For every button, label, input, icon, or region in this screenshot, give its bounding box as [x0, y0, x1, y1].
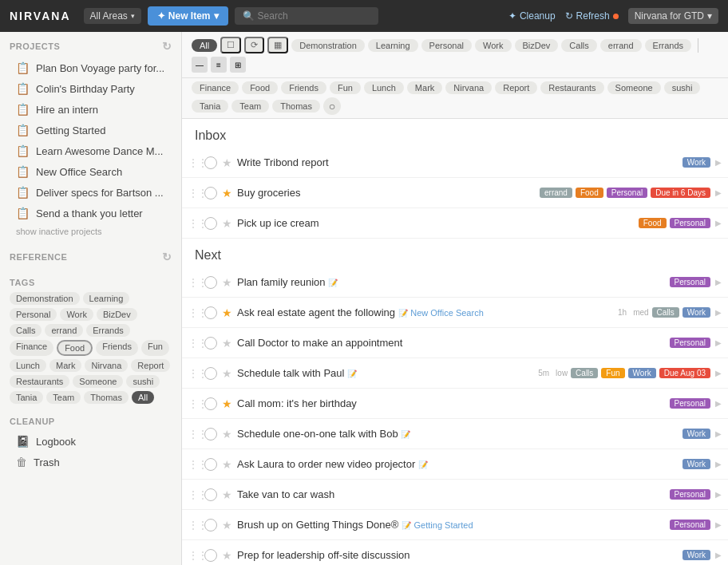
filter-all[interactable]: All	[192, 39, 217, 52]
tag-badge-errand[interactable]: errand	[540, 188, 572, 198]
expand-button[interactable]: ▶	[715, 308, 722, 317]
tag-badge-due[interactable]: Due Aug 03	[659, 368, 710, 378]
drag-handle[interactable]: ⋮⋮	[188, 188, 200, 199]
refresh-icon[interactable]: ↻	[162, 251, 172, 263]
task-checkbox[interactable]	[204, 458, 217, 471]
drag-handle[interactable]: ⋮⋮	[188, 459, 200, 470]
filter-fun[interactable]: Fun	[330, 81, 361, 94]
task-checkbox[interactable]	[204, 276, 217, 289]
tag-finance[interactable]: Finance	[10, 340, 53, 356]
filter-friends[interactable]: Friends	[281, 81, 326, 94]
tag-errand[interactable]: errand	[45, 324, 83, 337]
filter-personal[interactable]: Personal	[421, 39, 472, 52]
expand-button[interactable]: ▶	[715, 520, 722, 529]
tag-badge-fun[interactable]: Fun	[601, 368, 624, 378]
task-checkbox[interactable]	[204, 549, 217, 562]
filter-report[interactable]: Report	[495, 81, 537, 94]
star-icon[interactable]: ★	[222, 306, 232, 319]
tag-demonstration[interactable]: Demonstration	[10, 292, 80, 305]
tag-sushi[interactable]: sushi	[126, 375, 160, 388]
filter-errands[interactable]: Errands	[645, 39, 692, 52]
sidebar-item-project[interactable]: 📋 New Office Search	[10, 161, 172, 182]
tag-nirvana[interactable]: Nirvana	[85, 359, 128, 372]
filter-bizdev[interactable]: BizDev	[515, 39, 559, 52]
sidebar-item-project[interactable]: 📋 Learn Awesome Dance M...	[10, 140, 172, 161]
star-icon[interactable]: ★	[222, 397, 232, 410]
tag-badge-calls[interactable]: Calls	[652, 307, 679, 318]
expand-button[interactable]: ▶	[715, 158, 722, 167]
star-icon[interactable]: ★	[222, 337, 232, 350]
tag-thomas[interactable]: Thomas	[84, 391, 129, 404]
filter-food[interactable]: Food	[242, 81, 278, 94]
drag-handle[interactable]: ⋮⋮	[188, 157, 200, 168]
filter-list-btn[interactable]: ≡	[211, 57, 227, 73]
tag-badge-due[interactable]: Due in 6 Days	[651, 188, 710, 198]
tag-friends[interactable]: Friends	[96, 340, 138, 356]
task-checkbox[interactable]	[204, 337, 217, 350]
filter-checkbox-icon[interactable]: ☐	[220, 37, 241, 53]
filter-demonstration[interactable]: Demonstration	[291, 39, 365, 52]
tag-team[interactable]: Team	[46, 391, 81, 404]
filter-sushi[interactable]: sushi	[664, 81, 701, 94]
task-checkbox[interactable]	[204, 187, 217, 200]
sidebar-item-project[interactable]: 📋 Colin's Birthday Party	[10, 78, 172, 99]
sidebar-item-trash[interactable]: 🗑 Trash	[10, 452, 172, 472]
tag-badge-food[interactable]: Food	[639, 218, 667, 228]
filter-thomas-row2[interactable]: Thomas	[272, 100, 320, 113]
tag-badge-personal[interactable]: Personal	[670, 489, 710, 500]
star-icon[interactable]: ★	[222, 549, 232, 562]
expand-button[interactable]: ▶	[715, 369, 722, 377]
drag-handle[interactable]: ⋮⋮	[188, 398, 200, 409]
tag-badge-personal[interactable]: Personal	[670, 277, 710, 287]
tag-mark[interactable]: Mark	[49, 359, 81, 372]
tag-badge-personal[interactable]: Personal	[670, 338, 710, 348]
filter-calls[interactable]: Calls	[561, 39, 596, 52]
filter-someone[interactable]: Someone	[607, 81, 661, 94]
tag-bizdev[interactable]: BizDev	[97, 308, 137, 321]
expand-button[interactable]: ▶	[715, 490, 722, 499]
areas-dropdown[interactable]: All Areas ▾	[84, 8, 141, 24]
star-icon[interactable]: ★	[222, 488, 232, 501]
sidebar-item-project[interactable]: 📋 Deliver specs for Bartson ...	[10, 182, 172, 203]
refresh-button[interactable]: ↻ Refresh	[565, 10, 619, 22]
star-icon[interactable]: ★	[222, 276, 232, 289]
tag-badge-personal[interactable]: Personal	[670, 520, 710, 530]
star-icon[interactable]: ★	[222, 156, 232, 169]
task-checkbox[interactable]	[204, 519, 217, 531]
drag-handle[interactable]: ⋮⋮	[188, 218, 200, 229]
filter-nirvana[interactable]: Nirvana	[445, 81, 492, 94]
filter-work[interactable]: Work	[475, 39, 511, 52]
tag-badge-personal[interactable]: Personal	[670, 398, 710, 409]
star-icon[interactable]: ★	[222, 187, 232, 200]
tag-errands[interactable]: Errands	[86, 324, 130, 337]
task-checkbox[interactable]	[204, 367, 217, 380]
filter-grid-btn[interactable]: ⊞	[230, 57, 246, 73]
filter-collapse-btn[interactable]: —	[192, 57, 208, 73]
tag-report[interactable]: Report	[131, 359, 170, 372]
star-icon[interactable]: ★	[222, 458, 232, 471]
tag-fun[interactable]: Fun	[141, 340, 169, 356]
drag-handle[interactable]: ⋮⋮	[188, 368, 200, 379]
drag-handle[interactable]: ⋮⋮	[188, 307, 200, 318]
drag-handle[interactable]: ⋮⋮	[188, 277, 200, 288]
filter-team[interactable]: Team	[231, 100, 269, 113]
tag-badge-calls[interactable]: Calls	[571, 368, 598, 378]
star-icon[interactable]: ★	[222, 428, 232, 441]
show-inactive-link[interactable]: show inactive projects	[10, 223, 172, 239]
sidebar-item-project[interactable]: 📋 Hire an intern	[10, 99, 172, 120]
tag-badge-food[interactable]: Food	[576, 188, 603, 198]
project-link[interactable]: New Office Search	[410, 308, 484, 318]
expand-button[interactable]: ▶	[715, 278, 722, 286]
sidebar-item-project[interactable]: 📋 Send a thank you letter	[10, 203, 172, 223]
drag-handle[interactable]: ⋮⋮	[188, 338, 200, 349]
cleanup-button[interactable]: ✦ Cleanup	[508, 10, 556, 22]
search-box[interactable]: 🔍 Search	[235, 7, 378, 25]
expand-button[interactable]: ▶	[715, 460, 722, 468]
expand-button[interactable]: ▶	[715, 429, 722, 438]
filter-learning[interactable]: Learning	[368, 39, 418, 52]
new-item-button[interactable]: ✦ New Item ▾	[148, 6, 228, 26]
tag-badge-personal[interactable]: Personal	[607, 188, 647, 198]
tag-all[interactable]: All	[132, 391, 154, 404]
account-menu[interactable]: Nirvana for GTD ▾	[628, 8, 718, 24]
task-checkbox[interactable]	[204, 428, 217, 441]
